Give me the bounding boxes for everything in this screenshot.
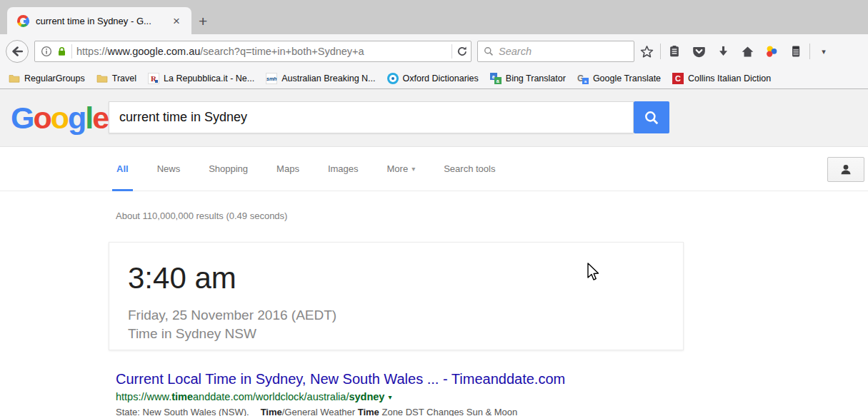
search-result: Current Local Time in Sydney, New South … [116,371,868,416]
bookmarks-menu-button[interactable] [662,40,687,63]
overflow-menu-button[interactable]: ▾ [812,40,836,63]
url-text[interactable]: https://www.google.com.au/search?q=time+… [76,46,447,57]
snippet-segment-bold: Time [261,407,282,416]
urlbar-divider [71,44,72,59]
bookmark-la-repubblica[interactable]: R La Repubblica.it - Ne... [142,69,260,88]
bookmark-label: RegularGroups [24,73,85,83]
bookmark-label: Travel [112,73,136,83]
url-segment-bold: sydney [349,391,384,402]
current-time: 3:40 am [128,261,683,295]
tab-all[interactable]: All [116,147,129,191]
result-options-chevron-icon[interactable]: ▾ [388,393,391,401]
notes-extension-button[interactable] [784,40,808,63]
bookmark-oxford-dictionaries[interactable]: Oxford Dictionaries [381,69,484,88]
star-icon [640,45,654,59]
snippet-segment: Zone DST Changes Sun & Moon [379,407,517,416]
bookmark-folder-regulargroups[interactable]: RegularGroups [3,69,91,88]
google-search-header: Google [0,89,868,147]
home-icon [741,45,754,59]
downloads-button[interactable] [711,40,735,63]
bookmark-label: La Repubblica.it - Ne... [164,73,254,83]
tab-maps[interactable]: Maps [276,147,299,191]
back-button[interactable] [6,40,29,63]
tab-label: Images [328,163,359,174]
page-info-icon[interactable] [41,46,52,57]
new-tab-button[interactable]: + [191,13,217,34]
time-location: Time in Sydney NSW [128,325,683,343]
urlbar-divider [452,44,452,59]
repubblica-favicon: R [148,73,159,84]
https-lock-icon[interactable] [56,46,67,57]
search-input[interactable] [499,46,628,57]
tab-news[interactable]: News [157,147,181,191]
chevron-down-icon: ▾ [411,165,415,173]
logo-letter: e [92,101,108,135]
collins-favicon: C [672,73,684,84]
bookmark-star-button[interactable] [634,40,659,63]
home-button[interactable] [735,40,759,63]
sign-in-avatar-button[interactable] [827,157,864,182]
tab-label: Maps [276,163,299,174]
result-title-link[interactable]: Current Local Time in Sydney, New South … [116,371,868,387]
bookmark-collins-dictionary[interactable]: C Collins Italian Diction [667,69,777,88]
tab-shopping[interactable]: Shopping [209,147,248,191]
translate-tile: a [582,78,589,84]
bookmark-bing-translator[interactable]: a a Bing Translator [484,69,572,88]
close-tab-icon[interactable]: × [169,14,184,29]
result-snippet: State: New South Wales (NSW).Time/Genera… [116,407,868,416]
result-url: https://www.timeanddate.com/worldclock/a… [116,391,868,402]
bookmark-label: Bing Translator [506,73,566,83]
tab-search-tools[interactable]: Search tools [444,147,495,191]
tab-images[interactable]: Images [328,147,359,191]
toolbar-divider [660,44,661,59]
tab-more[interactable]: More▾ [387,147,416,191]
colored-dots-icon [764,44,779,59]
tab-title: current time in Sydney - G... [36,16,162,26]
bookmark-google-translate[interactable]: G a Google Translate [572,69,667,88]
pocket-icon [692,45,706,59]
bookmarks-toolbar: RegularGroups Travel R La Repubblica.it … [0,69,868,89]
smh-favicon: smh [266,73,277,84]
bing-translator-favicon: a a [490,73,502,84]
result-url-text: https://www.timeanddate.com/worldclock/a… [116,391,384,402]
google-favicon [17,15,29,27]
person-icon [839,163,853,177]
google-query-input[interactable] [109,101,634,133]
bookmark-label: Australian Breaking N... [281,73,375,83]
google-translate-favicon: G a [577,73,589,84]
url-segment: anddate.com/worldclock/australia/ [193,391,349,402]
tab-label: All [116,163,129,174]
tab-strip: current time in Sydney - G... × + [0,0,868,34]
bookmark-folder-travel[interactable]: Travel [91,69,142,88]
oxford-target-favicon [387,73,399,84]
page-content: Google All News Shopping Maps Images Mor… [0,89,868,415]
extension-colored-dots-button[interactable] [759,40,784,63]
results-stats: About 110,000,000 results (0.49 seconds) [116,210,868,221]
tab-label: Search tools [444,163,495,174]
search-icon [644,110,659,126]
google-search-button[interactable] [634,101,669,133]
notebook-icon [789,45,802,58]
snippet-segment-bold: Time [358,407,379,416]
current-date: Friday, 25 November 2016 (AEDT) [128,306,683,325]
pocket-button[interactable] [687,40,711,63]
url-path: /search?q=time+in+both+Sydney+a [200,46,364,57]
search-category-tabs: All News Shopping Maps Images More▾ Sear… [0,147,868,191]
search-icon [484,46,494,56]
url-bar[interactable]: https://www.google.com.au/search?q=time+… [34,41,472,62]
google-logo[interactable]: Google [11,101,108,136]
firefox-search-bar[interactable] [477,41,634,62]
folder-icon [96,73,108,84]
logo-letter: o [51,101,68,135]
logo-letter: g [68,101,85,135]
browser-tab[interactable]: current time in Sydney - G... × [7,7,191,34]
reload-icon[interactable] [457,46,468,57]
bookmark-label: Oxford Dictionaries [403,73,479,83]
time-answer-card: 3:40 am Friday, 25 November 2016 (AEDT) … [109,242,684,350]
bookmark-australian-breaking-news[interactable]: smh Australian Breaking N... [260,69,381,88]
clipboard-list-icon [668,45,681,58]
download-arrow-icon [717,45,730,59]
logo-letter: l [85,101,92,135]
url-segment: https://www. [116,391,171,402]
logo-letter: o [33,101,50,135]
